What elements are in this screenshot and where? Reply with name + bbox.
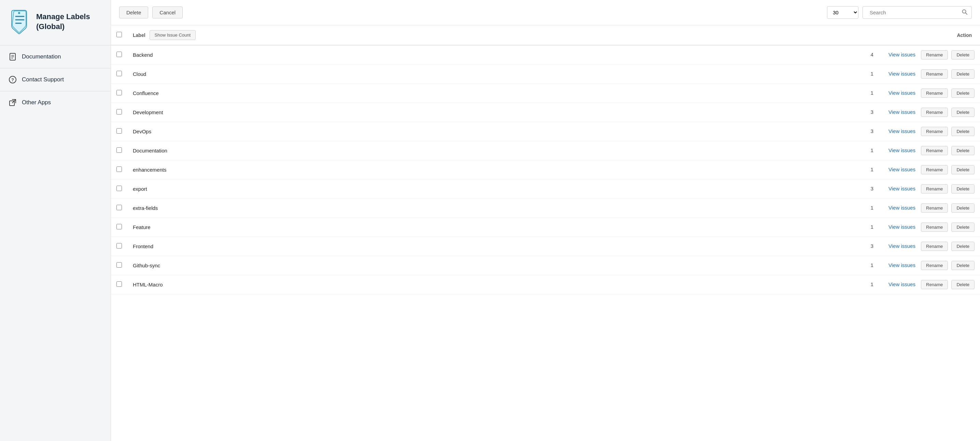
rename-button[interactable]: Rename bbox=[921, 261, 948, 270]
delete-row-button[interactable]: Delete bbox=[951, 108, 975, 117]
row-checkbox-cell bbox=[111, 179, 127, 199]
row-checkbox[interactable] bbox=[116, 128, 122, 134]
sidebar-item-label-other-apps: Other Apps bbox=[22, 99, 51, 106]
view-issues-button[interactable]: View issues bbox=[888, 262, 915, 268]
row-checkbox-cell bbox=[111, 256, 127, 275]
row-checkbox[interactable] bbox=[116, 205, 122, 210]
delete-row-button[interactable]: Delete bbox=[951, 165, 975, 174]
delete-row-button[interactable]: Delete bbox=[951, 127, 975, 136]
row-checkbox[interactable] bbox=[116, 52, 122, 57]
table-row: Confluence 1 View issues Rename Delete bbox=[111, 84, 980, 103]
rename-button[interactable]: Rename bbox=[921, 108, 948, 117]
sidebar-item-contact-support[interactable]: ? Contact Support bbox=[0, 68, 111, 91]
table-row: enhancements 1 View issues Rename Delete bbox=[111, 160, 980, 179]
row-checkbox-cell bbox=[111, 141, 127, 160]
rename-button[interactable]: Rename bbox=[921, 222, 948, 232]
view-issues-button[interactable]: View issues bbox=[888, 166, 915, 172]
sidebar-item-documentation[interactable]: Documentation bbox=[0, 45, 111, 68]
table-row: Frontend 3 View issues Rename Delete bbox=[111, 237, 980, 256]
delete-button[interactable]: Delete bbox=[119, 6, 148, 18]
rename-button[interactable]: Rename bbox=[921, 50, 948, 59]
search-input[interactable] bbox=[867, 6, 962, 18]
rename-button[interactable]: Rename bbox=[921, 165, 948, 174]
row-checkbox[interactable] bbox=[116, 185, 122, 191]
actions-cell: 3 View issues Rename Delete bbox=[461, 103, 980, 122]
actions-cell: 1 View issues Rename Delete bbox=[461, 218, 980, 237]
labels-table: Label Show Issue Count Action Backend 4 … bbox=[111, 25, 980, 294]
issue-count: 3 bbox=[870, 128, 873, 134]
label-column-header: Label Show Issue Count bbox=[127, 25, 461, 45]
actions-cell: 3 View issues Rename Delete bbox=[461, 179, 980, 199]
row-checkbox-cell bbox=[111, 65, 127, 84]
delete-row-button[interactable]: Delete bbox=[951, 222, 975, 232]
row-checkbox-cell bbox=[111, 237, 127, 256]
issue-count: 3 bbox=[870, 243, 873, 249]
table-row: Development 3 View issues Rename Delete bbox=[111, 103, 980, 122]
row-checkbox[interactable] bbox=[116, 243, 122, 249]
row-checkbox-cell bbox=[111, 218, 127, 237]
rename-button[interactable]: Rename bbox=[921, 88, 948, 98]
view-issues-button[interactable]: View issues bbox=[888, 185, 915, 192]
row-checkbox[interactable] bbox=[116, 71, 122, 76]
rename-button[interactable]: Rename bbox=[921, 184, 948, 193]
cancel-button[interactable]: Cancel bbox=[152, 6, 183, 18]
delete-row-button[interactable]: Delete bbox=[951, 261, 975, 270]
page-size-select[interactable]: 10 20 30 50 100 bbox=[827, 6, 858, 19]
delete-row-button[interactable]: Delete bbox=[951, 88, 975, 98]
svg-line-13 bbox=[966, 13, 967, 14]
rename-button[interactable]: Rename bbox=[921, 146, 948, 155]
view-issues-button[interactable]: View issues bbox=[888, 147, 915, 153]
view-issues-button[interactable]: View issues bbox=[888, 71, 915, 77]
delete-row-button[interactable]: Delete bbox=[951, 50, 975, 59]
rename-button[interactable]: Rename bbox=[921, 69, 948, 78]
actions-cell: 3 View issues Rename Delete bbox=[461, 122, 980, 141]
label-cell: HTML-Macro bbox=[127, 275, 461, 294]
rename-button[interactable]: Rename bbox=[921, 280, 948, 289]
view-issues-button[interactable]: View issues bbox=[888, 52, 915, 58]
row-checkbox-cell bbox=[111, 45, 127, 65]
select-all-checkbox[interactable] bbox=[116, 32, 122, 37]
rename-button[interactable]: Rename bbox=[921, 127, 948, 136]
sidebar-item-label-contact-support: Contact Support bbox=[22, 76, 64, 83]
row-checkbox[interactable] bbox=[116, 281, 122, 287]
delete-row-button[interactable]: Delete bbox=[951, 69, 975, 78]
delete-row-button[interactable]: Delete bbox=[951, 280, 975, 289]
sidebar-item-other-apps[interactable]: Other Apps bbox=[0, 91, 111, 114]
label-cell: enhancements bbox=[127, 160, 461, 179]
label-cell: Development bbox=[127, 103, 461, 122]
view-issues-button[interactable]: View issues bbox=[888, 243, 915, 249]
rename-button[interactable]: Rename bbox=[921, 203, 948, 213]
select-all-header bbox=[111, 25, 127, 45]
search-icon-button[interactable] bbox=[962, 9, 967, 16]
row-checkbox[interactable] bbox=[116, 262, 122, 268]
row-checkbox[interactable] bbox=[116, 90, 122, 95]
view-issues-button[interactable]: View issues bbox=[888, 224, 915, 230]
row-checkbox[interactable] bbox=[116, 147, 122, 153]
sidebar-nav: Documentation ? Contact Support Other Ap… bbox=[0, 45, 111, 114]
actions-cell: 1 View issues Rename Delete bbox=[461, 65, 980, 84]
view-issues-button[interactable]: View issues bbox=[888, 281, 915, 287]
delete-row-button[interactable]: Delete bbox=[951, 242, 975, 251]
view-issues-button[interactable]: View issues bbox=[888, 90, 915, 96]
issue-count: 4 bbox=[870, 52, 873, 58]
label-cell: Backend bbox=[127, 45, 461, 65]
view-issues-button[interactable]: View issues bbox=[888, 109, 915, 115]
sidebar-header: Manage Labels (Global) bbox=[0, 0, 111, 42]
row-checkbox[interactable] bbox=[116, 166, 122, 172]
delete-row-button[interactable]: Delete bbox=[951, 203, 975, 213]
table-row: export 3 View issues Rename Delete bbox=[111, 179, 980, 199]
rename-button[interactable]: Rename bbox=[921, 242, 948, 251]
row-checkbox-cell bbox=[111, 103, 127, 122]
show-issue-count-button[interactable]: Show Issue Count bbox=[150, 30, 196, 40]
row-checkbox[interactable] bbox=[116, 224, 122, 229]
label-cell: Documentation bbox=[127, 141, 461, 160]
issue-count: 1 bbox=[870, 224, 873, 230]
row-checkbox-cell bbox=[111, 160, 127, 179]
table-row: Github-sync 1 View issues Rename Delete bbox=[111, 256, 980, 275]
view-issues-button[interactable]: View issues bbox=[888, 128, 915, 134]
view-issues-button[interactable]: View issues bbox=[888, 205, 915, 211]
delete-row-button[interactable]: Delete bbox=[951, 184, 975, 193]
row-checkbox[interactable] bbox=[116, 109, 122, 115]
delete-row-button[interactable]: Delete bbox=[951, 146, 975, 155]
label-cell: export bbox=[127, 179, 461, 199]
